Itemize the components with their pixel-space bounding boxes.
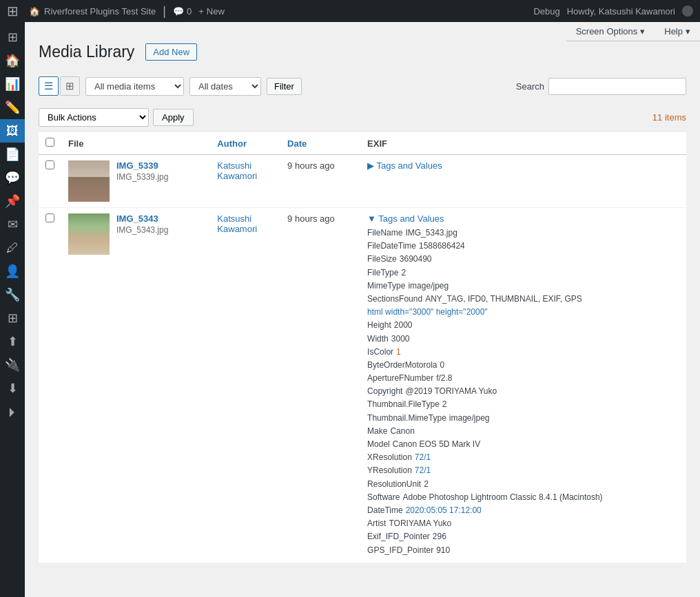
list-view-button[interactable]: ☰ bbox=[39, 76, 59, 96]
search-group: Search bbox=[516, 78, 686, 95]
author-link[interactable]: KatsushiKawamori bbox=[217, 213, 257, 234]
sidebar-item-upload[interactable]: ⬆ bbox=[0, 330, 25, 353]
exif-toggle[interactable]: ▶ Tags and Values bbox=[367, 160, 442, 171]
exif-row: DateTime2020:05:05 17:12:00 bbox=[367, 504, 679, 517]
exif-row: Thumbnail.FileType2 bbox=[367, 398, 679, 411]
date-cell: 9 hours ago bbox=[280, 155, 360, 208]
page-wrap: Media Library Add New ☰ ⊞ All media item… bbox=[39, 43, 686, 563]
help-button[interactable]: Help ▾ bbox=[655, 22, 700, 41]
exif-cell: ▶ Tags and Values bbox=[360, 155, 686, 208]
screen-meta-toggles: Screen Options ▾ Help ▾ bbox=[566, 22, 700, 41]
author-link[interactable]: KatsushiKawamori bbox=[217, 160, 257, 181]
filter-bar: ☰ ⊞ All media items All dates Filter Sea… bbox=[39, 72, 686, 100]
wp-logo-icon[interactable]: ⊞ bbox=[7, 3, 19, 19]
avatar bbox=[682, 6, 693, 17]
row-checkbox-cell bbox=[39, 208, 61, 563]
exif-row: SectionsFoundANY_TAG, IFD0, THUMBNAIL, E… bbox=[367, 293, 679, 306]
exif-row: SoftwareAdobe Photoshop Lightroom Classi… bbox=[367, 491, 679, 504]
sidebar-item-plugins[interactable]: 🔌 bbox=[0, 353, 25, 377]
sidebar-item-wp[interactable]: ⊞ bbox=[0, 25, 25, 49]
file-filename: IMG_5343.jpg bbox=[116, 225, 168, 235]
date-cell: 9 hours ago bbox=[280, 208, 360, 563]
sidebar-item-pages[interactable]: 📄 bbox=[0, 143, 25, 166]
date-value: 9 hours ago bbox=[287, 160, 335, 171]
grid-view-icon: ⊞ bbox=[65, 80, 74, 92]
exif-row: FileType2 bbox=[367, 266, 679, 280]
exif-row: MakeCanon bbox=[367, 425, 679, 438]
list-view-icon: ☰ bbox=[44, 80, 53, 92]
filter-button[interactable]: Filter bbox=[267, 78, 302, 95]
exif-row: FileDateTime1588686424 bbox=[367, 240, 679, 253]
new-content-link[interactable]: + New bbox=[198, 6, 225, 17]
sidebar-item-pin[interactable]: 📌 bbox=[0, 189, 25, 213]
exif-data: FileNameIMG_5343.jpg FileDateTime1588686… bbox=[367, 227, 679, 557]
row-checkbox[interactable] bbox=[45, 213, 54, 222]
exif-row: html width="3000" height="2000" bbox=[367, 306, 679, 319]
sidebar-item-posts[interactable]: ✏️ bbox=[0, 96, 25, 119]
screen-options-arrow: ▾ bbox=[640, 26, 645, 36]
exif-toggle[interactable]: ▼ Tags and Values bbox=[367, 213, 444, 224]
select-all-header bbox=[39, 132, 61, 155]
sidebar-item-pen[interactable]: 🖊 bbox=[0, 236, 25, 260]
file-column-header: File bbox=[61, 132, 210, 155]
table-row: IMG_5339 IMG_5339.jpg KatsushiKawamori 9… bbox=[39, 155, 686, 208]
page-header: Media Library Add New bbox=[39, 43, 686, 61]
bulk-actions-select[interactable]: Bulk Actions bbox=[39, 108, 149, 127]
table-row: IMG_5343 IMG_5343.jpg KatsushiKawamori 9… bbox=[39, 208, 686, 563]
sidebar-item-tools[interactable]: 🔧 bbox=[0, 283, 25, 306]
site-name[interactable]: 🏠 Riverforest Plugins Test Site bbox=[29, 6, 156, 17]
author-column-header[interactable]: Author bbox=[210, 132, 280, 155]
grid-view-button[interactable]: ⊞ bbox=[60, 76, 80, 96]
exif-row: ModelCanon EOS 5D Mark IV bbox=[367, 438, 679, 451]
date-column-header[interactable]: Date bbox=[280, 132, 360, 155]
exif-row: Exif_IFD_Pointer296 bbox=[367, 530, 679, 543]
file-info: IMG_5343 IMG_5343.jpg bbox=[116, 213, 168, 235]
apply-button[interactable]: Apply bbox=[153, 109, 194, 126]
admin-sidebar: ⊞ 🏠 📊 ✏️ 🖼 📄 💬 📌 ✉ 🖊 👤 🔧 ⊞ ⬆ 🔌 ⬇ ⏵ bbox=[0, 22, 25, 597]
exif-row: ResolutionUnit2 bbox=[367, 478, 679, 491]
exif-row: YResolution72/1 bbox=[367, 464, 679, 477]
comments-link[interactable]: 💬 0 bbox=[173, 6, 192, 17]
main-content: Media Library Add New ☰ ⊞ All media item… bbox=[25, 22, 700, 597]
author-cell: KatsushiKawamori bbox=[210, 208, 280, 563]
exif-row: FileNameIMG_5343.jpg bbox=[367, 227, 679, 240]
media-type-filter[interactable]: All media items bbox=[85, 77, 184, 96]
sidebar-item-play[interactable]: ⏵ bbox=[0, 400, 25, 423]
date-filter[interactable]: All dates bbox=[189, 77, 261, 96]
file-cell: IMG_5343 IMG_5343.jpg bbox=[61, 208, 210, 563]
add-new-button[interactable]: Add New bbox=[145, 43, 197, 61]
bulk-left: Bulk Actions Apply bbox=[39, 108, 194, 127]
sidebar-item-grid[interactable]: ⊞ bbox=[0, 306, 25, 330]
search-label: Search bbox=[516, 81, 544, 92]
sidebar-item-users[interactable]: 👤 bbox=[0, 260, 25, 283]
exif-row: ApertureFNumberf/2.8 bbox=[367, 372, 679, 385]
exif-row: Copyright@2019 TORIYAMA Yuko bbox=[367, 385, 679, 398]
sidebar-item-analytics[interactable]: 📊 bbox=[0, 72, 25, 96]
sidebar-item-comments[interactable]: 💬 bbox=[0, 166, 25, 189]
date-value: 9 hours ago bbox=[287, 213, 335, 224]
select-all-checkbox[interactable] bbox=[45, 138, 54, 147]
search-input[interactable] bbox=[548, 78, 686, 95]
sidebar-item-mail[interactable]: ✉ bbox=[0, 213, 25, 236]
table-header-row: File Author Date EXIF bbox=[39, 132, 686, 155]
file-name-link[interactable]: IMG_5339 bbox=[116, 160, 168, 171]
file-thumbnail[interactable] bbox=[68, 160, 110, 202]
sidebar-item-download[interactable]: ⬇ bbox=[0, 377, 25, 400]
author-cell: KatsushiKawamori bbox=[210, 155, 280, 208]
items-count: 11 items bbox=[652, 112, 686, 123]
howdy-text: Howdy, Katsushi Kawamori bbox=[567, 6, 675, 17]
debug-link[interactable]: Debug bbox=[533, 6, 559, 17]
file-name-link[interactable]: IMG_5343 bbox=[116, 213, 168, 224]
file-cell: IMG_5339 IMG_5339.jpg bbox=[61, 155, 210, 208]
exif-column-header: EXIF bbox=[360, 132, 686, 155]
media-table: File Author Date EXIF IM bbox=[39, 132, 686, 563]
help-arrow: ▾ bbox=[686, 26, 690, 36]
exif-row: Width3000 bbox=[367, 333, 679, 346]
exif-row: XResolution72/1 bbox=[367, 451, 679, 464]
row-checkbox[interactable] bbox=[45, 160, 54, 169]
screen-options-button[interactable]: Screen Options ▾ bbox=[566, 22, 655, 41]
sidebar-item-dashboard[interactable]: 🏠 bbox=[0, 49, 25, 72]
file-thumbnail[interactable] bbox=[68, 213, 110, 255]
comments-icon: 💬 bbox=[173, 6, 184, 17]
sidebar-item-media[interactable]: 🖼 bbox=[0, 119, 25, 143]
